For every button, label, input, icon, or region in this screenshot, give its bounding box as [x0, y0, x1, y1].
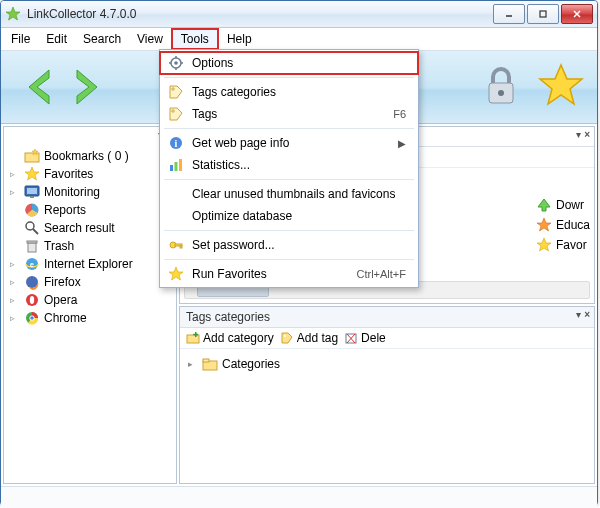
menu-file[interactable]: File	[3, 28, 38, 50]
nav-back-icon[interactable]	[9, 62, 59, 112]
reports-icon	[24, 202, 40, 218]
panel-controls[interactable]: ▾ ×	[576, 129, 590, 140]
expander-icon[interactable]: ▸	[188, 359, 198, 369]
menu-help[interactable]: Help	[219, 28, 260, 50]
tag-plus-icon	[280, 331, 294, 345]
menu-run-favorites[interactable]: Run FavoritesCtrl+Alt+F	[160, 263, 418, 285]
window-buttons	[493, 4, 593, 24]
expander-icon[interactable]: ▹	[10, 259, 20, 269]
menu-view[interactable]: View	[129, 28, 171, 50]
svg-rect-51	[170, 165, 173, 171]
delete-category-button[interactable]: Dele	[344, 331, 386, 345]
expander-icon[interactable]: ▹	[10, 313, 20, 323]
search-icon	[24, 220, 40, 236]
tree-item-chrome[interactable]: ▹Chrome	[8, 309, 172, 327]
tree-label: Favorites	[44, 167, 93, 181]
category-root[interactable]: ▸ Categories	[186, 355, 588, 373]
menu-tags-categories[interactable]: Tags categories	[160, 81, 418, 103]
svg-point-26	[30, 316, 34, 320]
menu-optimize-database[interactable]: Optimize database	[160, 205, 418, 227]
menu-separator	[164, 259, 414, 260]
tree-label: Bookmarks ( 0 )	[44, 149, 129, 163]
folder-star-icon	[24, 148, 40, 164]
tag-label: Educa	[556, 218, 590, 232]
favorites-icon	[166, 266, 186, 282]
star-yellow-icon	[536, 237, 552, 253]
tree-label: Opera	[44, 293, 77, 307]
menu-options[interactable]: Options	[160, 52, 418, 74]
svg-point-15	[26, 222, 34, 230]
svg-marker-31	[537, 238, 551, 251]
tag-item[interactable]: Dowr	[536, 197, 590, 213]
tree-item-star-yellow[interactable]: ▹Favorites	[8, 165, 172, 183]
svg-point-35	[284, 335, 286, 337]
tree-item-reports[interactable]: Reports	[8, 201, 172, 219]
expander-icon[interactable]: ▹	[10, 295, 20, 305]
close-button[interactable]	[561, 4, 593, 24]
menu-separator	[164, 128, 414, 129]
sidebar-panel: ▾ × Bookmarks ( 0 )▹Favorites▹Monitoring…	[3, 126, 177, 484]
minimize-button[interactable]	[493, 4, 525, 24]
ie-icon: e	[24, 256, 40, 272]
tag-item[interactable]: Educa	[536, 217, 590, 233]
menu-label: Optimize database	[186, 209, 406, 223]
menu-clear-unused-thumbnails-and-favicons[interactable]: Clear unused thumbnails and favicons	[160, 183, 418, 205]
expander-icon[interactable]: ▹	[10, 187, 20, 197]
menu-edit[interactable]: Edit	[38, 28, 75, 50]
add-category-button[interactable]: Add category	[186, 331, 274, 345]
menu-tags[interactable]: TagsF6	[160, 103, 418, 125]
menu-set-password[interactable]: Set password...	[160, 234, 418, 256]
menu-label: Statistics...	[186, 158, 406, 172]
tree-item-firefox[interactable]: ▹Firefox	[8, 273, 172, 291]
svg-point-42	[174, 61, 178, 65]
expander-icon[interactable]: ▹	[10, 169, 20, 179]
tree-item-ie[interactable]: ▹eInternet Explorer	[8, 255, 172, 273]
panel-controls[interactable]: ▾ ×	[576, 309, 590, 320]
svg-rect-2	[540, 11, 546, 17]
tree-item-search[interactable]: Search result	[8, 219, 172, 237]
menu-label: Get web page info	[186, 136, 398, 150]
tag-icon	[166, 84, 186, 100]
menu-get-web-page-info[interactable]: iGet web page info▶	[160, 132, 418, 154]
tools-dropdown: OptionsTags categoriesTagsF6iGet web pag…	[159, 49, 419, 288]
options-icon	[166, 55, 186, 71]
tree-label: Internet Explorer	[44, 257, 133, 271]
tree-item-monitor[interactable]: ▹Monitoring	[8, 183, 172, 201]
tree-label: Reports	[44, 203, 86, 217]
tree-item-trash[interactable]: Trash	[8, 237, 172, 255]
svg-marker-7	[540, 65, 582, 104]
menu-statistics[interactable]: Statistics...	[160, 154, 418, 176]
menu-separator	[164, 77, 414, 78]
svg-rect-17	[28, 243, 36, 252]
menu-label: Tags categories	[186, 85, 406, 99]
svg-rect-18	[27, 241, 37, 243]
star-icon[interactable]	[537, 61, 585, 109]
add-tag-button[interactable]: Add tag	[280, 331, 338, 345]
app-icon	[5, 6, 21, 22]
lock-icon[interactable]	[477, 61, 525, 109]
nav-forward-icon[interactable]	[67, 62, 117, 112]
menu-shortcut: Ctrl+Alt+F	[356, 268, 406, 280]
green-up-icon	[536, 197, 552, 213]
info-icon: i	[166, 135, 186, 151]
svg-point-23	[30, 296, 34, 304]
tag-icon	[166, 106, 186, 122]
svg-marker-30	[537, 218, 551, 231]
menu-search[interactable]: Search	[75, 28, 129, 50]
star-orange-icon	[536, 217, 552, 233]
menu-label: Clear unused thumbnails and favicons	[186, 187, 406, 201]
svg-rect-32	[187, 335, 199, 343]
tree-item-opera[interactable]: ▹Opera	[8, 291, 172, 309]
tree-item-folder-star[interactable]: Bookmarks ( 0 )	[8, 147, 172, 165]
categories-title: Tags categories	[180, 307, 594, 328]
maximize-button[interactable]	[527, 4, 559, 24]
menu-tools[interactable]: Tools	[171, 28, 219, 50]
trash-icon	[24, 238, 40, 254]
svg-line-16	[33, 229, 38, 234]
expander-icon[interactable]: ▹	[10, 277, 20, 287]
monitor-icon	[24, 184, 40, 200]
stats-icon	[166, 157, 186, 173]
tag-item[interactable]: Favor	[536, 237, 590, 253]
svg-rect-56	[180, 246, 182, 248]
svg-rect-13	[30, 196, 34, 198]
